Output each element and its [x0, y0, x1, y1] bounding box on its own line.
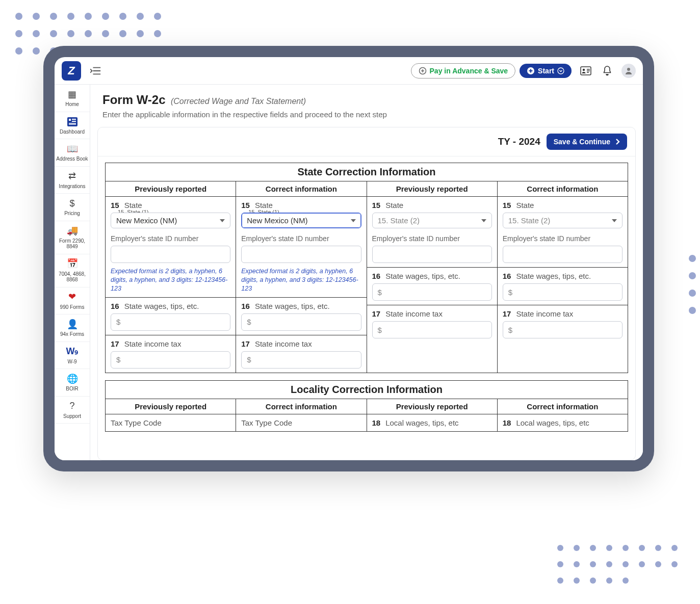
w9-icon: W₉ — [66, 346, 79, 357]
page-subtitle: (Corrected Wage and Tax Statement) — [171, 97, 306, 106]
state-wages-correct-2-input[interactable] — [503, 283, 623, 301]
state1-prev-select[interactable]: New Mexico (NM) — [111, 213, 230, 228]
chevron-right-icon — [615, 138, 620, 145]
ein-prev-1-input[interactable] — [111, 246, 230, 263]
svg-point-5 — [627, 68, 630, 71]
col-correct-2: Correct information — [497, 181, 628, 197]
bell-icon — [602, 65, 612, 76]
ein-correct-1-input[interactable] — [241, 246, 361, 263]
chevron-down-icon — [557, 67, 564, 74]
sidebar-item-w9[interactable]: W₉W-9 — [55, 342, 90, 370]
svg-point-2 — [558, 68, 564, 74]
id-card-button[interactable] — [579, 64, 593, 78]
state2-correct-select[interactable]: 15. State (2) — [503, 213, 623, 228]
state2-prev-select[interactable]: 15. State (2) — [372, 213, 492, 228]
dashboard-icon — [66, 116, 79, 127]
sidebar-item-dashboard[interactable]: Dashboard — [55, 112, 90, 140]
state-tax-correct-2-input[interactable] — [503, 321, 623, 338]
heart-icon: ❤ — [66, 292, 79, 303]
top-bar: Z Pay in Advance & Save Start — [55, 57, 643, 85]
form-card: TY - 2024 Save & Continue State Correcti… — [97, 127, 636, 460]
state-correction-table: State Correction Information Previously … — [105, 163, 628, 373]
sidebar: ▦Home Dashboard 📖Address Book ⇄Integrati… — [55, 85, 90, 460]
notifications-button[interactable] — [600, 64, 614, 78]
app-logo[interactable]: Z — [62, 61, 81, 81]
device-frame: Z Pay in Advance & Save Start — [43, 46, 654, 471]
book-icon: 📖 — [66, 143, 79, 154]
page-title: Form W-2c — [102, 93, 166, 107]
ein-prev-2-input[interactable] — [372, 246, 492, 263]
svg-rect-10 — [69, 123, 76, 125]
col-prev-2: Previously reported — [367, 181, 497, 197]
tax-type-label: Tax Type Code — [111, 418, 162, 427]
ein-format-hint: Expected format is 2 digits, a hyphen, 6… — [111, 267, 230, 293]
sidebar-item-integrations[interactable]: ⇄Integrations — [55, 167, 90, 194]
sidebar-item-support[interactable]: ?Support — [55, 397, 90, 424]
id-card-icon — [580, 66, 591, 75]
plus-circle-icon — [527, 67, 535, 75]
help-icon: ? — [66, 401, 79, 412]
state-tax-correct-1-input[interactable] — [241, 351, 361, 369]
ein-label: Employer's state ID number — [111, 234, 230, 243]
pay-in-advance-button[interactable]: Pay in Advance & Save — [411, 63, 516, 78]
ein-correct-2-input[interactable] — [503, 246, 623, 263]
col-prev-1: Previously reported — [106, 181, 236, 197]
sidebar-item-990[interactable]: ❤990 Forms — [55, 287, 90, 315]
state-tax-prev-1-input[interactable] — [111, 351, 230, 369]
sidebar-item-home[interactable]: ▦Home — [55, 85, 90, 112]
pay-in-advance-label: Pay in Advance & Save — [430, 67, 508, 75]
user-icon — [624, 66, 633, 75]
svg-point-4 — [583, 68, 585, 70]
svg-rect-8 — [72, 119, 76, 120]
sidebar-item-boir[interactable]: 🌐BOIR — [55, 369, 90, 397]
state-tax-prev-2-input[interactable] — [372, 321, 492, 338]
calendar-icon: 📅 — [66, 258, 79, 270]
state-section-title: State Correction Information — [106, 163, 628, 181]
page-header: Form W-2c (Corrected Wage and Tax Statem… — [90, 85, 643, 124]
start-button[interactable]: Start — [520, 64, 572, 78]
svg-rect-9 — [72, 121, 76, 122]
page-description: Enter the applicable information in the … — [102, 110, 631, 119]
profile-button[interactable] — [621, 64, 636, 78]
state1-correct-select[interactable]: New Mexico (NM) — [241, 213, 361, 228]
truck-icon: 🚚 — [66, 225, 79, 237]
sidebar-item-pricing[interactable]: $Pricing — [55, 194, 90, 221]
globe-icon: 🌐 — [66, 373, 79, 384]
col-correct-1: Correct information — [236, 181, 367, 197]
tax-year-label: TY - 2024 — [498, 136, 540, 147]
integrations-icon: ⇄ — [66, 171, 79, 182]
sidebar-item-address-book[interactable]: 📖Address Book — [55, 139, 90, 167]
sidebar-item-form-2290[interactable]: 🚚Form 2290, 8849 — [55, 221, 90, 254]
plus-circle-icon — [419, 67, 427, 75]
save-continue-button[interactable]: Save & Continue — [547, 134, 627, 150]
svg-rect-7 — [69, 119, 71, 121]
start-label: Start — [538, 67, 554, 75]
sidebar-item-94x[interactable]: 👤94x Forms — [55, 314, 90, 342]
locality-correction-table: Locality Correction Information Previous… — [105, 380, 628, 432]
pricing-icon: $ — [66, 198, 79, 209]
state-wages-correct-1-input[interactable] — [241, 313, 361, 331]
person-icon: 👤 — [66, 319, 79, 330]
grid-icon: ▦ — [66, 89, 79, 100]
decorative-dots — [689, 255, 696, 314]
locality-section-title: Locality Correction Information — [106, 380, 628, 399]
menu-collapse-icon — [90, 66, 101, 75]
decorative-dots — [557, 545, 685, 584]
sidebar-toggle-button[interactable] — [88, 63, 103, 78]
sidebar-item-7004[interactable]: 📅7004, 4868, 8868 — [55, 254, 90, 287]
state-wages-prev-2-input[interactable] — [372, 283, 492, 301]
state-wages-prev-1-input[interactable] — [111, 313, 230, 331]
